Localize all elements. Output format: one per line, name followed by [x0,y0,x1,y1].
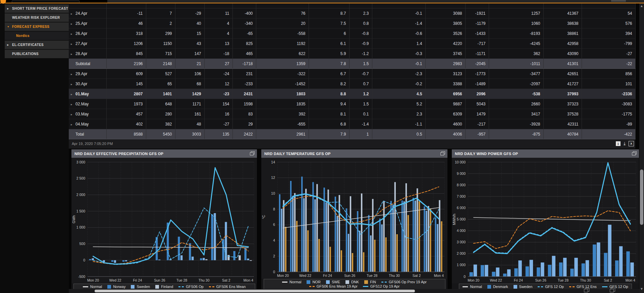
legend-item[interactable]: SWE [326,280,340,284]
value-cell: 392 [256,109,309,119]
series-swatch-icon [364,280,368,284]
table-row[interactable]: ▸28.Apr845715147-184656225.9-1.2-0.33745… [69,49,635,59]
sidebar-item-nordics[interactable]: Nordics [5,32,69,40]
legend-item[interactable]: Normal [282,280,301,284]
table-toolbar-icons: i ⤓ X [616,141,634,146]
value-cell: 6309 [425,109,465,119]
vertical-scrollbar-thumb[interactable] [640,169,643,225]
legend-item[interactable]: Sweden [131,285,150,289]
table-row[interactable]: ▸29.Apr609527106-24231-3226.7-0.7-2.3312… [69,69,635,79]
legend-item[interactable]: GFS06 Ens Mean 19 Apr [309,284,358,288]
value-cell: 6.1 [309,39,349,49]
value-cell: -717 [465,39,489,49]
value-cell: 161 [175,109,204,119]
series-swatch-icon [131,285,135,289]
table-row[interactable]: ▸03.May45728016116833928.10.12.363091479… [69,109,635,119]
open-in-window-icon[interactable] [611,288,615,292]
legend-item[interactable]: Norway [107,285,125,289]
svg-text:2 500: 2 500 [76,176,85,180]
legend-item[interactable]: GFS06 Op [178,285,204,289]
value-cell: 2.3 [372,109,425,119]
legend-item[interactable]: NOR [307,280,320,284]
value-cell: 1060 [489,18,543,29]
table-row[interactable]: ▸02.May19736481171154159818359.41.55.298… [69,99,635,109]
table-row[interactable]: ▸26.Apr318299154-65-5586-0.8-0.63526-143… [69,29,635,39]
info-icon[interactable]: i [616,141,621,146]
value-cell: -1.4 [372,18,425,29]
svg-text:10: 10 [271,191,275,195]
excel-export-icon[interactable]: X [629,141,634,146]
chart-title-precipitation: NRD DAILY EFFECTIVE PRECIPITATION GFS OP [71,152,163,156]
value-cell: 0.1 [349,109,372,119]
legend-label: Normal [90,285,102,289]
sidebar-item-forecast-express[interactable]: ▼FORECAST EXPRESS [5,22,69,31]
row-label-cell [69,3,106,8]
legend-label: GFS06 Op [186,285,204,289]
table-row-clipped[interactable] [69,3,635,8]
legend-label: GFS 12 Op [545,285,564,289]
value-cell: -8193 [489,29,543,39]
download-icon[interactable]: ⤓ [622,141,627,146]
sidebar-item-short-term-price-forecast[interactable]: ▶SHORT TERM PRICE FORECAST [5,4,69,13]
table-row[interactable]: Subtotal219621482127-171813597.81.5-0.12… [69,59,635,69]
value-cell: 1429 [175,89,204,99]
value-cell: 9.4 [309,99,349,109]
table-row[interactable]: ▸30.Apr145656812-233-14528.20.7-0.23388-… [69,79,635,89]
value-cell: -4245 [489,39,543,49]
table-row[interactable]: ▸01.May280714011429-23243118038.81.24.56… [69,89,635,99]
legend-item[interactable]: DNK [345,280,359,284]
row-label-cell: ▸28.Apr [69,49,106,59]
sidebar-item-el-certificates[interactable]: ▶EL-CERTIFICATES [5,41,69,49]
open-in-window-icon[interactable] [633,151,637,154]
svg-text:Sun 26: Sun 26 [535,278,546,282]
legend-item[interactable]: Normal [83,285,102,289]
table-row[interactable]: ▸25.Apr462404-340207.50.8-1.43805-117910… [69,18,635,29]
value-cell: 825 [232,39,256,49]
legend-item[interactable]: GFS12 Op 19 Apr [363,284,399,288]
value-cell: 76 [256,8,309,18]
svg-text:8: 8 [273,207,275,211]
legend-item[interactable]: GFS 12 Op [538,285,564,289]
value-cell: -29 [175,8,204,18]
legend-item[interactable]: Finland [155,285,173,289]
value-cell: 2 [146,18,175,29]
legend-item[interactable]: Denmark [487,285,508,289]
table-row[interactable]: ▸04.May40238248-2729-6556.8-1.4-1.14600-… [69,119,635,129]
table-row[interactable]: ▸27.Apr12061150431382511926.1-0.91.44220… [69,39,635,49]
expand-arrow-icon: ▸ [71,113,75,116]
legend-label: SWE [332,280,340,284]
row-label-cell: ▸29.Apr [69,69,106,79]
value-cell: 7.8 [309,59,349,69]
legend-item[interactable]: GFS 12 Ens [569,285,597,289]
svg-text:Sat 2: Sat 2 [413,274,421,278]
horizontal-scrollbar-thumb[interactable] [95,290,415,292]
forecast-table: ▸24.Apr-117-2911-400768.72.3-0.13088-192… [69,3,636,139]
legend-item[interactable]: GFS06 Ens Mean [209,285,246,289]
legend-item[interactable]: Normal [463,285,482,289]
value-cell: 1206 [106,39,146,49]
value-cell: -0.7 [349,69,372,79]
value-cell: 2660 [489,99,543,109]
row-label-cell: ▸01.May [69,89,106,99]
open-in-window-icon[interactable] [251,151,255,154]
legend-item[interactable]: Sweden [514,285,533,289]
value-cell: 1973 [106,99,146,109]
horizontal-scrollbar [69,289,639,293]
value-cell: -799 [582,39,635,49]
legend-item[interactable]: FIN [364,280,376,284]
table-row[interactable]: ▸24.Apr-117-2911-400768.72.3-0.13088-192… [69,8,635,18]
scroll-down-icon[interactable]: ▼ [639,287,644,292]
legend-item[interactable]: GFS06 Op Prev 19 Apr [381,280,427,284]
down-arrow-icon: ▼ [7,22,12,31]
open-in-window-icon[interactable] [585,288,589,292]
legend-label: Sweden [519,285,533,289]
value-cell: 6.8 [309,119,349,129]
svg-text:4 000: 4 000 [457,229,466,233]
scroll-up-icon[interactable]: ▲ [639,4,644,9]
sidebar-item-weather-risk-explorer[interactable]: WEATHER RISK EXPLORER [5,13,69,22]
chart-canvas-temperature: 14121086420Mon 20Wed 22Fri 24Sun 26Tue 2… [261,158,447,279]
open-in-window-icon[interactable] [441,151,445,154]
top-bar-fill [107,0,644,3]
sidebar-item-publications[interactable]: PUBLICATIONS [5,50,69,58]
table-row[interactable]: Total858854503003135242229617.910.54006-… [69,129,635,139]
